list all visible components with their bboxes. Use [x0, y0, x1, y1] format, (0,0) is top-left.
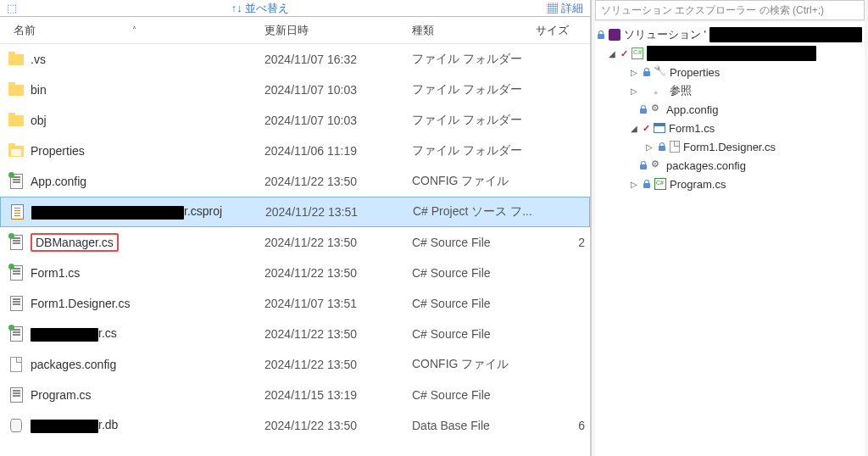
col-type-header[interactable]: 種類	[412, 23, 536, 38]
file-type: C# Source File	[412, 388, 536, 402]
tree-node-appconfig[interactable]: App.config	[595, 100, 865, 119]
file-name: obj	[31, 114, 47, 127]
file-name: r.csproj	[31, 204, 222, 219]
file-date: 2024/11/22 13:50	[264, 236, 412, 249]
tree-node-form1[interactable]: ◢ ✓ Form1.cs	[595, 119, 865, 137]
file-date: 2024/11/22 13:50	[264, 327, 412, 341]
check-icon: ✓	[620, 48, 628, 59]
file-name: r.cs	[31, 326, 117, 341]
fileic-icon	[8, 357, 24, 372]
file-row[interactable]: Program.cs2024/11/15 13:19C# Source File	[0, 380, 590, 410]
file-type: C# Source File	[412, 266, 536, 280]
file-date: 2024/11/06 11:19	[264, 144, 412, 158]
sort-caret-icon: ˄	[132, 25, 136, 35]
file-name: Form1.Designer.cs	[31, 297, 130, 310]
config-icon	[651, 103, 663, 115]
file-date: 2024/11/15 13:19	[264, 388, 412, 402]
expander-icon[interactable]: ▷	[644, 142, 654, 152]
file-date: 2024/11/07 13:51	[264, 297, 412, 310]
col-name-header[interactable]: 名前 ˄	[0, 23, 264, 38]
file-type: ファイル フォルダー	[412, 52, 536, 67]
cfg-icon	[8, 235, 24, 250]
file-type: C# Source File	[412, 327, 536, 341]
cfg-icon	[8, 387, 24, 403]
file-row[interactable]: r.db2024/11/22 13:50Data Base File6	[0, 410, 590, 441]
file-name: r.db	[31, 418, 118, 432]
solution-tree: ソリューション ' ◢ ✓ ▷ Properties ▷ 参照 App.conf…	[595, 22, 865, 456]
file-row[interactable]: .vs2024/11/07 16:32ファイル フォルダー	[0, 44, 590, 75]
file-name: Form1.cs	[31, 266, 80, 280]
expander-icon[interactable]: ◢	[629, 124, 639, 133]
file-row[interactable]: obj2024/11/07 10:03ファイル フォルダー	[0, 105, 590, 136]
lock-icon	[643, 180, 651, 188]
lock-icon	[639, 105, 648, 114]
file-size: 2	[536, 236, 590, 249]
file-date: 2024/11/22 13:51	[265, 205, 413, 219]
file-row[interactable]: r.cs2024/11/22 13:50C# Source File	[0, 319, 590, 349]
wrench-icon	[654, 66, 666, 78]
file-type: CONFIG ファイル	[412, 357, 536, 372]
solution-search-input[interactable]: ソリューション エクスプローラー の検索 (Ctrl+;)	[595, 0, 865, 20]
redacted-text	[709, 27, 862, 42]
folder-icon	[8, 52, 24, 67]
col-date-header[interactable]: 更新日時	[264, 23, 412, 38]
file-list: .vs2024/11/07 16:32ファイル フォルダーbin2024/11/…	[0, 44, 590, 456]
file-date: 2024/11/22 13:50	[264, 175, 412, 188]
tree-node-form1designer[interactable]: ▷ Form1.Designer.cs	[595, 137, 865, 156]
file-name: DBManager.cs	[31, 233, 119, 252]
csharp-icon	[654, 178, 666, 190]
file-type: ファイル フォルダー	[412, 113, 536, 128]
solution-icon	[609, 29, 620, 41]
tree-node-program[interactable]: ▷ Program.cs	[595, 175, 865, 193]
file-date: 2024/11/07 10:03	[264, 114, 412, 127]
check-icon: ✓	[643, 123, 650, 134]
cfg-icon	[8, 326, 24, 342]
folder-icon	[8, 82, 24, 97]
tree-node-properties[interactable]: ▷ Properties	[595, 63, 865, 81]
file-type: CONFIG ファイル	[412, 174, 536, 189]
expander-icon[interactable]: ▷	[629, 86, 639, 96]
lock-icon	[597, 31, 605, 39]
file-row[interactable]: packages.config2024/11/22 13:50CONFIG ファ…	[0, 349, 590, 380]
references-icon	[654, 85, 666, 97]
file-type: ファイル フォルダー	[412, 82, 536, 97]
redacted-text	[647, 46, 816, 61]
file-type: Data Base File	[412, 419, 536, 432]
solution-label: ソリューション '	[624, 27, 706, 42]
file-name: .vs	[31, 53, 46, 66]
lock-icon	[643, 68, 651, 76]
sort-label[interactable]: 並べ替え	[245, 2, 289, 14]
file-date: 2024/11/22 13:50	[264, 358, 412, 371]
cfg-icon	[8, 265, 24, 281]
file-row[interactable]: DBManager.cs2024/11/22 13:50C# Source Fi…	[0, 227, 590, 258]
tree-node-packages[interactable]: packages.config	[595, 156, 865, 175]
csp-icon	[9, 204, 25, 220]
file-row[interactable]: Properties2024/11/06 11:19ファイル フォルダー	[0, 136, 590, 166]
expander-icon[interactable]: ▷	[629, 68, 639, 77]
explorer-toolbar: ⬚ ↑↓ 並べ替え ▦ 詳細	[0, 0, 590, 17]
file-date: 2024/11/22 13:50	[264, 419, 412, 432]
file-explorer-pane: ⬚ ↑↓ 並べ替え ▦ 詳細 名前 ˄ 更新日時 種類 サイズ .vs2024/…	[0, 0, 591, 456]
file-type: C# Project ソース フ...	[413, 204, 537, 220]
file-date: 2024/11/22 13:50	[264, 266, 412, 280]
file-date: 2024/11/07 10:03	[264, 83, 412, 97]
tree-node-references[interactable]: ▷ 参照	[595, 81, 865, 100]
folderp-icon	[8, 143, 24, 158]
file-row[interactable]: Form1.cs2024/11/22 13:50C# Source File	[0, 258, 590, 288]
cfg-icon	[8, 174, 24, 189]
file-name: App.config	[31, 175, 86, 188]
expander-icon[interactable]: ▷	[629, 180, 639, 189]
expander-icon[interactable]: ◢	[607, 49, 617, 58]
file-type: C# Source File	[412, 297, 536, 310]
dbic-icon	[8, 418, 24, 433]
lock-icon	[658, 142, 666, 151]
file-row[interactable]: bin2024/11/07 10:03ファイル フォルダー	[0, 75, 590, 105]
project-node[interactable]: ◢ ✓	[595, 44, 865, 63]
file-row[interactable]: Form1.Designer.cs2024/11/07 13:51C# Sour…	[0, 288, 590, 319]
cfg-icon	[8, 296, 24, 311]
file-row[interactable]: App.config2024/11/22 13:50CONFIG ファイル	[0, 166, 590, 197]
solution-node[interactable]: ソリューション '	[595, 25, 865, 44]
detail-label[interactable]: 詳細	[561, 2, 583, 14]
file-row[interactable]: r.csproj2024/11/22 13:51C# Project ソース フ…	[0, 197, 590, 227]
col-size-header[interactable]: サイズ	[536, 23, 590, 38]
